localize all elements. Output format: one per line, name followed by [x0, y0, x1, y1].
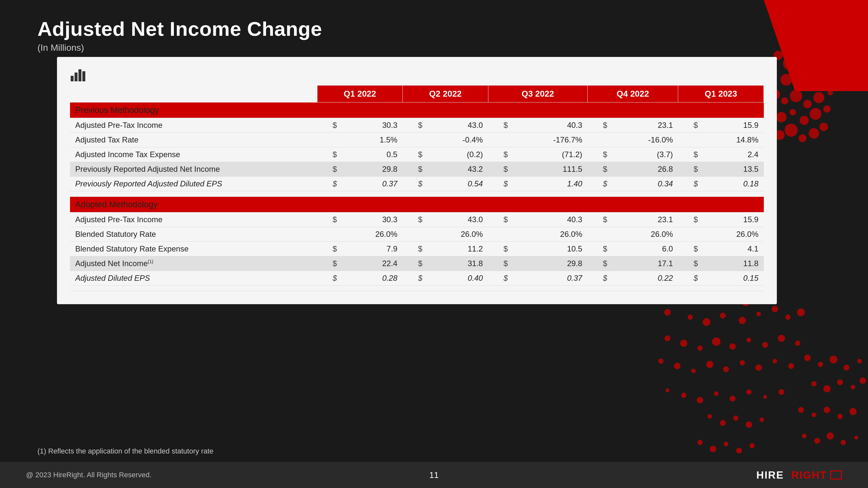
cell-dollar: $ — [587, 148, 608, 162]
col-header-q4-2022: Q4 2022 — [587, 86, 678, 102]
cell-dollar: $ — [403, 148, 423, 162]
cell-value: 43.2 — [423, 162, 488, 177]
cell-value: (71.2) — [508, 148, 588, 162]
cell-dollar — [488, 227, 508, 242]
spacer-row — [70, 286, 764, 291]
svg-rect-3 — [82, 71, 85, 82]
logo-space — [786, 469, 789, 481]
cell-value: 1.40 — [508, 177, 588, 191]
row-label: Adjusted Tax Rate — [70, 133, 317, 148]
cell-dollar: $ — [317, 271, 338, 286]
cell-value: (0.2) — [423, 148, 488, 162]
cell-value: 2.4 — [699, 148, 764, 162]
cell-dollar: $ — [678, 213, 699, 227]
logo-right-text: RIGHT — [791, 469, 827, 481]
col-header-q2-2022: Q2 2022 — [403, 86, 488, 102]
cell-value: 111.5 — [508, 162, 588, 177]
svg-rect-1 — [74, 72, 78, 82]
cell-value: 10.5 — [508, 242, 588, 256]
cell-value: 43.0 — [423, 213, 488, 227]
row-label: Adjusted Pre-Tax Income — [70, 118, 317, 133]
table-row: Adjusted Pre-Tax Income$30.3$43.0$40.3$2… — [70, 118, 764, 133]
cell-dollar: $ — [587, 271, 608, 286]
corner-decoration — [764, 0, 868, 91]
cell-value: 11.2 — [423, 242, 488, 256]
cell-value: 22.4 — [338, 256, 403, 271]
cell-value: 0.15 — [699, 271, 764, 286]
cell-dollar: $ — [488, 213, 508, 227]
cell-value: 31.8 — [423, 256, 488, 271]
cell-dollar: $ — [488, 271, 508, 286]
cell-value: 1.5% — [338, 133, 403, 148]
row-label: Previously Reported Adjusted Diluted EPS — [70, 177, 317, 191]
cell-dollar — [317, 133, 338, 148]
cell-dollar — [678, 133, 699, 148]
cell-dollar — [587, 227, 608, 242]
cell-value: 23.1 — [608, 213, 678, 227]
cell-value: 26.0% — [338, 227, 403, 242]
footer-logo: HIRE RIGHT — [756, 469, 842, 481]
cell-dollar: $ — [587, 177, 608, 191]
cell-dollar: $ — [587, 118, 608, 133]
table-row: Adjusted Tax Rate1.5%-0.4%-176.7%-16.0%1… — [70, 133, 764, 148]
cell-dollar: $ — [403, 213, 423, 227]
cell-value: 26.0% — [608, 227, 678, 242]
logo-hire-text: HIRE — [756, 469, 784, 481]
cell-dollar: $ — [403, 177, 423, 191]
cell-dollar: $ — [317, 256, 338, 271]
table-row: Previously Reported Adjusted Net Income$… — [70, 162, 764, 177]
cell-dollar: $ — [403, 118, 423, 133]
cell-value: 0.37 — [338, 177, 403, 191]
cell-dollar — [587, 133, 608, 148]
cell-value: 0.54 — [423, 177, 488, 191]
row-label: Adjusted Pre-Tax Income — [70, 213, 317, 227]
cell-dollar: $ — [317, 177, 338, 191]
cell-value: 15.9 — [699, 213, 764, 227]
row-label: Adjusted Diluted EPS — [70, 271, 317, 286]
footer-page-number: 11 — [429, 470, 439, 480]
bar-chart-icon — [70, 67, 88, 82]
cell-dollar: $ — [678, 148, 699, 162]
cell-value: 7.9 — [338, 242, 403, 256]
table-row: Blended Statutory Rate26.0%26.0%26.0%26.… — [70, 227, 764, 242]
chart-icon-area — [70, 67, 88, 83]
cell-value: 14.8% — [699, 133, 764, 148]
cell-value: 30.3 — [338, 118, 403, 133]
section-header-label: Previous Methodology — [70, 102, 764, 118]
cell-dollar — [403, 133, 423, 148]
page-title: Adjusted Net Income Change — [37, 18, 322, 40]
spacer-row — [70, 191, 764, 197]
cell-dollar: $ — [678, 256, 699, 271]
row-label: Adjusted Net Income(1) — [70, 256, 317, 271]
row-label: Adjusted Income Tax Expense — [70, 148, 317, 162]
cell-value: 26.0% — [699, 227, 764, 242]
row-label: Previously Reported Adjusted Net Income — [70, 162, 317, 177]
svg-rect-0 — [71, 76, 73, 82]
cell-dollar: $ — [317, 148, 338, 162]
cell-value: 13.5 — [699, 162, 764, 177]
cell-value: -16.0% — [608, 133, 678, 148]
cell-value: 11.8 — [699, 256, 764, 271]
cell-dollar: $ — [317, 118, 338, 133]
table-row: Adjusted Income Tax Expense$0.5$(0.2)$(7… — [70, 148, 764, 162]
cell-value: 26.0% — [423, 227, 488, 242]
cell-dollar: $ — [587, 162, 608, 177]
financial-table: Q1 2022 Q2 2022 Q3 2022 Q4 2022 Q1 2023 … — [70, 85, 764, 291]
cell-value: 6.0 — [608, 242, 678, 256]
cell-value: 17.1 — [608, 256, 678, 271]
footer-bar: @ 2023 HireRight. All Rights Reserved. 1… — [0, 462, 868, 488]
section-header-label: Adopted Methodology — [70, 197, 764, 213]
cell-value: 0.22 — [608, 271, 678, 286]
cell-dollar: $ — [488, 162, 508, 177]
table-row: Previously Reported Adjusted Diluted EPS… — [70, 177, 764, 191]
cell-dollar — [488, 133, 508, 148]
svg-rect-2 — [79, 69, 82, 82]
cell-dollar: $ — [403, 271, 423, 286]
cell-value: 4.1 — [699, 242, 764, 256]
cell-dollar: $ — [678, 162, 699, 177]
cell-dollar: $ — [488, 256, 508, 271]
col-header-q1-2023: Q1 2023 — [678, 86, 764, 102]
section-header-row: Adopted Methodology — [70, 197, 764, 213]
page-subtitle: (In Millions) — [37, 43, 322, 53]
table-row: Adjusted Net Income(1)$22.4$31.8$29.8$17… — [70, 256, 764, 271]
